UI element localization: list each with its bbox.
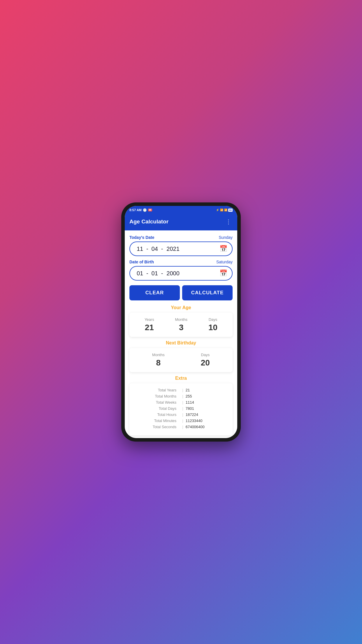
- extra-row: Total Days|7801: [134, 406, 228, 411]
- days-label: Days: [208, 317, 217, 322]
- extra-label: Total Years: [134, 388, 180, 392]
- years-value: 21: [145, 323, 154, 332]
- extra-title: Extra: [129, 376, 233, 381]
- todays-sep1: -: [146, 246, 148, 252]
- birthday-months-col: Months 8: [152, 353, 165, 368]
- dob-day-of-week: Saturday: [216, 260, 233, 264]
- extra-value: 21: [186, 388, 228, 392]
- years-label: Years: [145, 317, 154, 322]
- extra-value: 11233440: [186, 419, 228, 423]
- todays-date-label-row: Today's Date Sunday: [129, 235, 233, 240]
- birthday-row: Months 8 Days 20: [134, 353, 228, 368]
- time-display: 8:57 AM: [129, 208, 142, 212]
- extra-value: 674006400: [186, 425, 228, 429]
- dob-section: Date of Birth Saturday 01 - 01 - 2000 📅: [129, 260, 233, 281]
- months-label: Months: [175, 317, 187, 322]
- clear-button[interactable]: CLEAR: [129, 285, 180, 300]
- extra-divider: |: [180, 406, 185, 411]
- dob-sep1: -: [146, 270, 148, 277]
- next-birthday-card: Months 8 Days 20: [129, 348, 233, 372]
- dob-input[interactable]: 01 - 01 - 2000 📅: [129, 266, 233, 281]
- phone-screen: 8:57 AM 🕐 ✉ ⚡ 📶 📶 88 Age Calculator ⋮ To…: [125, 206, 237, 438]
- extra-divider: |: [180, 419, 185, 423]
- signal-icon: 📶: [220, 209, 223, 211]
- birthday-days-label: Days: [201, 353, 210, 357]
- extra-value: 7801: [186, 406, 228, 411]
- extra-row: Total Weeks|1114: [134, 400, 228, 405]
- status-icons: ⚡ 📶 📶 88: [216, 209, 233, 212]
- todays-date-label: Today's Date: [129, 235, 154, 240]
- extra-label: Total Seconds: [134, 425, 180, 429]
- dob-year: 2000: [166, 270, 219, 277]
- dob-label: Date of Birth: [129, 260, 154, 264]
- months-value: 3: [179, 323, 184, 332]
- extra-label: Total Weeks: [134, 400, 180, 405]
- app-title: Age Calculator: [129, 218, 168, 225]
- alarm-icon: 🕐: [143, 208, 147, 212]
- phone-frame: 8:57 AM 🕐 ✉ ⚡ 📶 📶 88 Age Calculator ⋮ To…: [121, 202, 241, 442]
- todays-calendar-icon[interactable]: 📅: [219, 245, 227, 253]
- extra-divider: |: [180, 425, 185, 429]
- status-bar: 8:57 AM 🕐 ✉ ⚡ 📶 📶 88: [125, 206, 237, 214]
- extra-card: Total Years|21Total Months|255Total Week…: [129, 383, 233, 435]
- extra-label: Total Minutes: [134, 419, 180, 423]
- extra-value: 1114: [186, 400, 228, 405]
- bluetooth-icon: ⚡: [216, 209, 219, 211]
- notification-icon: ✉: [148, 209, 152, 211]
- todays-day: 11: [135, 246, 145, 252]
- dob-calendar-icon[interactable]: 📅: [219, 270, 227, 277]
- todays-day-of-week: Sunday: [219, 235, 233, 240]
- dob-day: 01: [135, 270, 145, 277]
- age-row: Years 21 Months 3 Days 10: [134, 317, 228, 332]
- extra-label: Total Days: [134, 406, 180, 411]
- todays-month: 04: [150, 246, 160, 252]
- next-birthday-title: Next Birthday: [129, 340, 233, 346]
- extra-divider: |: [180, 400, 185, 405]
- age-months-col: Months 3: [175, 317, 187, 332]
- extra-divider: |: [180, 412, 185, 417]
- battery-indicator: 88: [228, 209, 233, 212]
- todays-sep2: -: [161, 246, 163, 252]
- todays-date-section: Today's Date Sunday 11 - 04 - 2021 📅: [129, 235, 233, 256]
- age-years-col: Years 21: [145, 317, 154, 332]
- birthday-days-value: 20: [201, 358, 210, 367]
- extra-row: Total Months|255: [134, 394, 228, 398]
- todays-year: 2021: [166, 246, 219, 252]
- menu-icon[interactable]: ⋮: [224, 217, 233, 226]
- dob-month: 01: [150, 270, 160, 277]
- your-age-title: Your Age: [129, 305, 233, 310]
- your-age-card: Years 21 Months 3 Days 10: [129, 313, 233, 337]
- extra-row: Total Hours|187224: [134, 412, 228, 417]
- extra-row: Total Years|21: [134, 388, 228, 392]
- action-buttons: CLEAR CALCULATE: [129, 285, 233, 300]
- todays-date-input[interactable]: 11 - 04 - 2021 📅: [129, 242, 233, 256]
- signal2-icon: 📶: [224, 209, 227, 211]
- age-days-col: Days 10: [208, 317, 217, 332]
- extra-label: Total Hours: [134, 412, 180, 417]
- extra-value: 187224: [186, 412, 228, 417]
- status-time: 8:57 AM 🕐 ✉: [129, 208, 152, 212]
- extra-divider: |: [180, 394, 185, 398]
- extra-row: Total Minutes|11233440: [134, 419, 228, 423]
- app-bar: Age Calculator ⋮: [125, 214, 237, 230]
- extra-row: Total Seconds|674006400: [134, 425, 228, 429]
- days-value: 10: [208, 323, 217, 332]
- dob-label-row: Date of Birth Saturday: [129, 260, 233, 264]
- birthday-months-label: Months: [152, 353, 165, 357]
- extra-label: Total Months: [134, 394, 180, 398]
- content-area: Today's Date Sunday 11 - 04 - 2021 📅 Dat…: [125, 230, 237, 438]
- birthday-months-value: 8: [156, 358, 161, 367]
- extra-divider: |: [180, 388, 185, 392]
- birthday-days-col: Days 20: [201, 353, 210, 368]
- dob-sep2: -: [161, 270, 163, 277]
- calculate-button[interactable]: CALCULATE: [182, 285, 233, 300]
- extra-value: 255: [186, 394, 228, 398]
